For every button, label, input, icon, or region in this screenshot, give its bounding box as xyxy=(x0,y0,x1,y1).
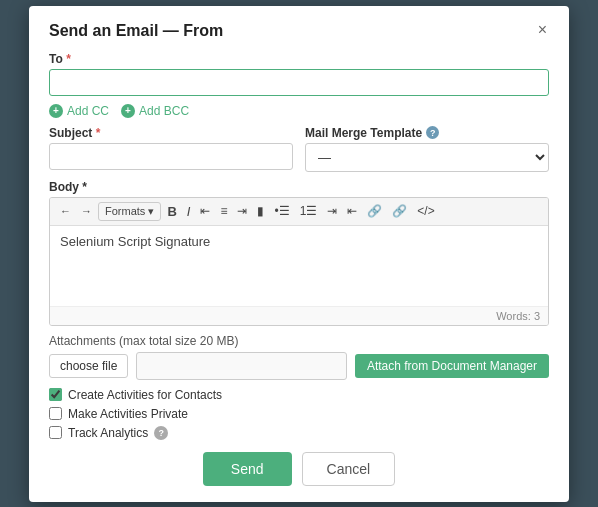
block-button[interactable]: ▮ xyxy=(253,202,268,220)
body-editor: ← → Formats ▾ B I ⇤ ≡ ⇥ ▮ •☰ 1☰ ⇥ ⇤ 🔗 🔗 … xyxy=(49,197,549,326)
bold-button[interactable]: B xyxy=(163,202,180,221)
ul-button[interactable]: •☰ xyxy=(270,202,293,220)
modal-header: Send an Email — From × xyxy=(49,22,549,40)
create-activities-checkbox[interactable] xyxy=(49,388,62,401)
choose-file-button[interactable]: choose file xyxy=(49,354,128,378)
cancel-button[interactable]: Cancel xyxy=(302,452,396,486)
email-modal: Send an Email — From × To * + Add CC + A… xyxy=(29,6,569,502)
ol-button[interactable]: 1☰ xyxy=(296,202,322,220)
mail-merge-label: Mail Merge Template xyxy=(305,126,422,140)
body-content[interactable]: Selenium Script Signature xyxy=(50,226,548,306)
link-button[interactable]: 🔗 xyxy=(363,202,386,220)
undo-button[interactable]: ← xyxy=(56,203,75,219)
create-activities-row: Create Activities for Contacts xyxy=(49,388,549,402)
send-button[interactable]: Send xyxy=(203,452,292,486)
attach-document-button[interactable]: Attach from Document Manager xyxy=(355,354,549,378)
redo-button[interactable]: → xyxy=(77,203,96,219)
actions-row: Send Cancel xyxy=(49,452,549,486)
to-input[interactable] xyxy=(49,69,549,96)
add-cc-link[interactable]: + Add CC xyxy=(49,104,109,118)
checkboxes-section: Create Activities for Contacts Make Acti… xyxy=(49,388,549,440)
formats-dropdown[interactable]: Formats ▾ xyxy=(98,202,161,221)
make-private-label: Make Activities Private xyxy=(68,407,188,421)
align-left-button[interactable]: ⇤ xyxy=(196,202,214,220)
outdent-button[interactable]: ⇤ xyxy=(343,202,361,220)
file-input-row: choose file Attach from Document Manager xyxy=(49,352,549,380)
subject-col: Subject * xyxy=(49,126,293,172)
track-analytics-checkbox[interactable] xyxy=(49,426,62,439)
subject-merge-row: Subject * Mail Merge Template ? — xyxy=(49,126,549,172)
mail-merge-help-icon[interactable]: ? xyxy=(426,126,439,139)
editor-toolbar: ← → Formats ▾ B I ⇤ ≡ ⇥ ▮ •☰ 1☰ ⇥ ⇤ 🔗 🔗 … xyxy=(50,198,548,226)
cc-bcc-row: + Add CC + Add BCC xyxy=(49,104,549,118)
attachments-label: Attachments (max total size 20 MB) xyxy=(49,334,549,348)
modal-title: Send an Email — From xyxy=(49,22,223,40)
file-name-display xyxy=(136,352,347,380)
mail-merge-col: Mail Merge Template ? — xyxy=(305,126,549,172)
word-count: Words: 3 xyxy=(50,306,548,325)
to-field-row: To * xyxy=(49,52,549,96)
subject-input[interactable] xyxy=(49,143,293,170)
indent-button[interactable]: ⇥ xyxy=(323,202,341,220)
plus-cc-icon: + xyxy=(49,104,63,118)
body-row: Body * ← → Formats ▾ B I ⇤ ≡ ⇥ ▮ •☰ 1☰ ⇥… xyxy=(49,180,549,326)
mail-merge-select[interactable]: — xyxy=(305,143,549,172)
track-analytics-help-icon[interactable]: ? xyxy=(154,426,168,440)
close-button[interactable]: × xyxy=(536,22,549,38)
align-center-button[interactable]: ≡ xyxy=(216,202,231,220)
body-label: Body * xyxy=(49,180,549,194)
create-activities-label: Create Activities for Contacts xyxy=(68,388,222,402)
subject-label: Subject * xyxy=(49,126,293,140)
make-private-checkbox[interactable] xyxy=(49,407,62,420)
add-bcc-link[interactable]: + Add BCC xyxy=(121,104,189,118)
make-private-row: Make Activities Private xyxy=(49,407,549,421)
attachments-row: Attachments (max total size 20 MB) choos… xyxy=(49,334,549,380)
source-button[interactable]: </> xyxy=(413,202,438,220)
align-right-button[interactable]: ⇥ xyxy=(233,202,251,220)
track-analytics-row: Track Analytics ? xyxy=(49,426,549,440)
to-label: To * xyxy=(49,52,549,66)
italic-button[interactable]: I xyxy=(183,202,195,221)
unlink-button[interactable]: 🔗 xyxy=(388,202,411,220)
plus-bcc-icon: + xyxy=(121,104,135,118)
track-analytics-label: Track Analytics xyxy=(68,426,148,440)
